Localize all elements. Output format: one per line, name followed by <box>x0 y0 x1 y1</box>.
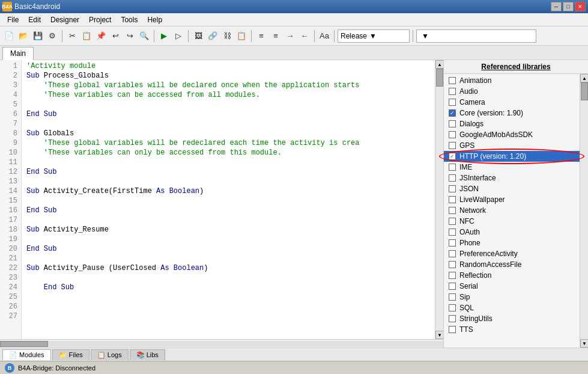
lib-item-5[interactable]: GoogleAdMobAdsSDK <box>444 129 580 140</box>
lib-item-15[interactable]: Phone <box>444 238 580 248</box>
lib-item-7[interactable]: ✓HTTP (version: 1.20) <box>444 151 580 162</box>
configuration-dropdown[interactable]: Release ▼ <box>338 29 410 43</box>
lib-checkbox-5[interactable] <box>449 131 456 138</box>
menu-tools[interactable]: Tools <box>116 14 142 25</box>
cut-button[interactable]: ✂ <box>65 29 79 43</box>
lib-vscroll-thumb[interactable] <box>581 82 588 100</box>
lib-item-17[interactable]: RandomAccessFile <box>444 259 580 270</box>
disconnect-button[interactable]: ⛓ <box>220 29 234 43</box>
format-button[interactable]: Aa <box>318 29 331 43</box>
lib-checkbox-7[interactable]: ✓ <box>449 153 456 160</box>
menu-help[interactable]: Help <box>142 14 167 25</box>
lib-checkbox-8[interactable] <box>449 164 456 171</box>
bottom-tab-modules[interactable]: 📄Modules <box>2 349 51 360</box>
build-button[interactable]: ⚙ <box>46 29 59 43</box>
side-vscroll[interactable]: ▲ ▼ <box>580 74 588 348</box>
toolbar: 📄 📂 💾 ⚙ ✂ 📋 📌 ↩ ↪ 🔍 ▶ ▷ 🖼 🔗 ⛓ 📋 ≡ ≡ → ← … <box>0 26 588 46</box>
lib-checkbox-23[interactable] <box>449 326 456 333</box>
lib-checkbox-19[interactable] <box>449 283 456 290</box>
lib-checkbox-16[interactable] <box>449 250 456 257</box>
lib-checkbox-9[interactable] <box>449 174 456 182</box>
vscroll-thumb[interactable] <box>436 69 443 87</box>
menu-designer[interactable]: Designer <box>46 14 84 25</box>
menu-file[interactable]: File <box>2 14 23 25</box>
lib-item-16[interactable]: PreferenceActivity <box>444 248 580 259</box>
lib-item-22[interactable]: StringUtils <box>444 313 580 324</box>
lib-checkbox-10[interactable] <box>449 185 456 192</box>
align-left-button[interactable]: ≡ <box>255 29 268 43</box>
lib-vscroll-down[interactable]: ▼ <box>580 339 588 348</box>
lib-item-8[interactable]: IME <box>444 162 580 173</box>
bottom-tab-files[interactable]: 📁Files <box>52 349 89 360</box>
open-button[interactable]: 📂 <box>17 29 30 43</box>
log-button[interactable]: 📋 <box>235 29 248 43</box>
bottom-tab-logs[interactable]: 📋Logs <box>91 349 129 360</box>
save-button[interactable]: 💾 <box>31 29 44 43</box>
indent-button[interactable]: → <box>283 29 297 43</box>
run-button[interactable]: ▶ <box>157 29 171 43</box>
lib-item-18[interactable]: Reflection <box>444 270 580 281</box>
find-button[interactable]: 🔍 <box>138 29 151 43</box>
paste-button[interactable]: 📌 <box>94 29 108 43</box>
lib-item-1[interactable]: Audio <box>444 86 580 97</box>
lib-checkbox-15[interactable] <box>449 239 456 247</box>
lib-item-11[interactable]: LiveWallpaper <box>444 194 580 205</box>
line-numbers: 1234567891011121314151617181920212223242… <box>0 60 22 339</box>
tab-main[interactable]: Main <box>2 47 34 60</box>
lib-item-6[interactable]: GPS <box>444 140 580 151</box>
lib-item-0[interactable]: Animation <box>444 75 580 86</box>
lib-checkbox-4[interactable] <box>449 120 456 127</box>
lib-item-21[interactable]: SQL <box>444 302 580 313</box>
lib-checkbox-2[interactable] <box>449 99 456 106</box>
lib-item-13[interactable]: NFC <box>444 216 580 227</box>
menu-project[interactable]: Project <box>84 14 116 25</box>
lib-checkbox-18[interactable] <box>449 272 456 279</box>
lib-item-9[interactable]: JSInterface <box>444 173 580 183</box>
designer-button[interactable]: 🖼 <box>192 29 205 43</box>
line-number-12: 12 <box>0 167 21 177</box>
lib-checkbox-21[interactable] <box>449 304 456 311</box>
lib-checkbox-20[interactable] <box>449 293 456 301</box>
lib-checkbox-22[interactable] <box>449 315 456 322</box>
outdent-button[interactable]: ← <box>298 29 311 43</box>
lib-item-19[interactable]: Serial <box>444 281 580 292</box>
redo-button[interactable]: ↪ <box>123 29 136 43</box>
connect-button[interactable]: 🔗 <box>206 29 219 43</box>
copy-button[interactable]: 📋 <box>80 29 93 43</box>
undo-button[interactable]: ↩ <box>109 29 122 43</box>
lib-checkbox-6[interactable] <box>449 142 456 149</box>
hscroll-thumb[interactable] <box>0 341 48 347</box>
lib-checkbox-0[interactable] <box>449 77 456 84</box>
line-number-17: 17 <box>0 215 21 225</box>
lib-checkbox-3[interactable]: ✓ <box>449 109 456 117</box>
lib-checkbox-17[interactable] <box>449 261 456 268</box>
lib-checkbox-13[interactable] <box>449 218 456 225</box>
vscroll-down-btn[interactable]: ▼ <box>435 331 443 339</box>
device-dropdown[interactable]: ▼ <box>416 29 536 43</box>
maximize-button[interactable]: □ <box>563 2 574 11</box>
lib-item-23[interactable]: TTS <box>444 324 580 335</box>
run2-button[interactable]: ▷ <box>172 29 185 43</box>
lib-item-10[interactable]: JSON <box>444 183 580 194</box>
lib-checkbox-12[interactable] <box>449 207 456 214</box>
code-vscroll[interactable]: ▲ ▼ <box>435 60 443 339</box>
lib-item-20[interactable]: Sip <box>444 292 580 302</box>
lib-item-2[interactable]: Camera <box>444 97 580 108</box>
lib-item-12[interactable]: Network <box>444 205 580 216</box>
minimize-button[interactable]: ─ <box>551 2 562 11</box>
align-right-button[interactable]: ≡ <box>269 29 282 43</box>
vscroll-up-btn[interactable]: ▲ <box>435 60 443 69</box>
lib-checkbox-1[interactable] <box>449 88 456 95</box>
close-button[interactable]: ✕ <box>575 2 586 11</box>
lib-item-4[interactable]: Dialogs <box>444 118 580 129</box>
lib-item-14[interactable]: OAuth <box>444 227 580 238</box>
lib-checkbox-14[interactable] <box>449 228 456 236</box>
lib-vscroll-up[interactable]: ▲ <box>580 74 588 82</box>
new-button[interactable]: 📄 <box>2 29 16 43</box>
lib-item-3[interactable]: ✓Core (version: 1.90) <box>444 108 580 118</box>
code-lines[interactable]: 'Activity moduleSub Process_Globals 'The… <box>22 60 435 339</box>
menu-edit[interactable]: Edit <box>23 14 46 25</box>
bottom-tab-libs[interactable]: 📚Libs <box>130 349 165 360</box>
lib-label-11: LiveWallpaper <box>459 195 505 204</box>
lib-checkbox-11[interactable] <box>449 196 456 203</box>
